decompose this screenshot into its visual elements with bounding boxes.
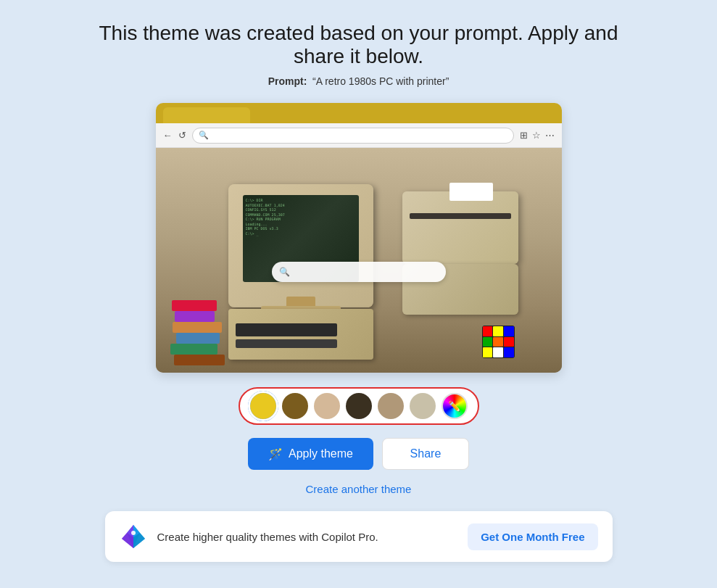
star-icon[interactable]: ☆: [532, 130, 541, 141]
refresh-icon[interactable]: ↺: [178, 130, 186, 141]
cpu-drive-2: [236, 339, 337, 348]
color-swatch-warm[interactable]: [378, 393, 404, 419]
printer-slot: [410, 213, 511, 219]
prompt-subtitle: Prompt: “A retro 1980s PC with printer”: [268, 75, 449, 87]
browser-right-icons: ⊞ ☆ ⋯: [520, 130, 555, 141]
browser-mockup: ← ↺ 🔍 ⊞ ☆ ⋯ C:\> DIR AUTOEXEC.BAT 1,024 …: [156, 103, 562, 373]
browser-tab: [163, 107, 250, 123]
screen-text: C:\> DIR AUTOEXEC.BAT 1,024 CONFIG.SYS 5…: [243, 195, 359, 239]
copilot-logo-icon: [120, 523, 147, 550]
color-swatches-container: [239, 387, 479, 425]
color-picker-button[interactable]: [442, 393, 468, 419]
content-searchbar: 🔍: [272, 262, 446, 282]
color-swatch-dark[interactable]: [346, 393, 372, 419]
printer-body: [402, 191, 518, 264]
cpu-drive-1: [236, 323, 337, 336]
cpu-tower: [228, 309, 373, 360]
browser-titlebar: [156, 103, 562, 123]
copilot-banner-text: Create higher quality themes with Copilo…: [157, 531, 458, 543]
copilot-pro-banner: Create higher quality themes with Copilo…: [105, 511, 613, 562]
wand-icon: 🪄: [268, 447, 283, 461]
create-another-theme-link[interactable]: Create another theme: [306, 483, 412, 495]
browser-image: C:\> DIR AUTOEXEC.BAT 1,024 CONFIG.SYS 5…: [156, 148, 562, 373]
browser-toolbar: ← ↺ 🔍 ⊞ ☆ ⋯: [156, 123, 562, 148]
monitor-body: C:\> DIR AUTOEXEC.BAT 1,024 CONFIG.SYS 5…: [228, 184, 373, 307]
color-swatch-brown[interactable]: [282, 393, 308, 419]
color-swatch-light[interactable]: [410, 393, 436, 419]
window-icon[interactable]: ⊞: [520, 130, 528, 141]
back-icon[interactable]: ←: [163, 130, 173, 141]
prompt-value: “A retro 1980s PC with printer”: [312, 75, 449, 87]
color-swatch-tan[interactable]: [314, 393, 340, 419]
printer-paper: [449, 183, 493, 201]
search-icon: 🔍: [279, 267, 290, 277]
books-stack: [170, 300, 228, 365]
main-title: This theme was created based on your pro…: [87, 22, 631, 68]
apply-theme-button[interactable]: 🪄 Apply theme: [248, 438, 373, 470]
menu-icon[interactable]: ⋯: [545, 130, 555, 141]
svg-point-0: [131, 531, 136, 535]
share-button[interactable]: Share: [382, 438, 469, 470]
prompt-label: Prompt:: [268, 75, 307, 87]
rubiks-cube: [482, 326, 515, 358]
search-icon-small: 🔍: [199, 131, 209, 140]
address-bar[interactable]: 🔍: [192, 128, 514, 144]
color-swatch-yellow[interactable]: [250, 393, 276, 419]
apply-theme-label: Apply theme: [289, 447, 353, 460]
buttons-row: 🪄 Apply theme Share: [248, 438, 469, 470]
retro-scene: C:\> DIR AUTOEXEC.BAT 1,024 CONFIG.SYS 5…: [156, 148, 562, 373]
get-one-month-free-button[interactable]: Get One Month Free: [468, 523, 597, 550]
